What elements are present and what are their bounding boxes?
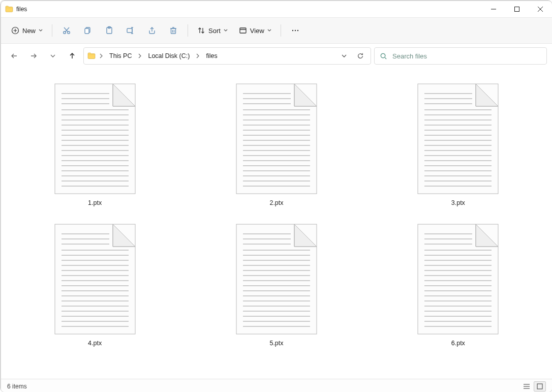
more-button[interactable] — [285, 21, 305, 40]
sort-label: Sort — [208, 27, 221, 35]
minimize-button[interactable] — [482, 1, 505, 17]
forward-button[interactable] — [25, 48, 42, 64]
file-item[interactable]: 6.ptx — [373, 221, 544, 350]
item-count: 6 items — [7, 383, 27, 390]
document-icon — [54, 83, 136, 194]
svg-point-50 — [292, 30, 293, 31]
view-button[interactable]: View — [234, 21, 277, 40]
ellipsis-icon — [291, 26, 299, 35]
paste-button[interactable] — [99, 21, 119, 40]
file-item[interactable]: 1.ptx — [9, 80, 180, 209]
svg-rect-22 — [515, 7, 519, 12]
breadcrumb-local-disk[interactable]: Local Disk (C:) — [145, 50, 193, 62]
folder-icon — [5, 5, 13, 13]
up-button[interactable] — [64, 48, 80, 64]
scissors-icon — [62, 26, 71, 35]
titlebar: files — [1, 1, 552, 17]
search-input[interactable] — [391, 52, 541, 61]
new-label: New — [22, 27, 36, 35]
chevron-down-icon — [267, 28, 271, 33]
back-button[interactable] — [6, 48, 22, 64]
svg-rect-48 — [240, 28, 246, 33]
document-icon — [236, 83, 317, 194]
file-item[interactable]: 4.ptx — [9, 221, 180, 350]
address-dropdown-button[interactable] — [337, 49, 351, 63]
status-bar: 6 items — [1, 379, 552, 392]
new-button[interactable]: New — [6, 21, 48, 40]
address-row: This PC Local Disk (C:) files — [1, 44, 552, 68]
document-icon — [417, 224, 499, 335]
clipboard-icon — [105, 26, 114, 35]
chevron-down-icon — [39, 28, 43, 33]
rename-button[interactable] — [120, 21, 141, 40]
separator — [52, 24, 52, 37]
chevron-down-icon — [224, 28, 228, 33]
recent-locations-button[interactable] — [45, 48, 61, 64]
separator — [281, 24, 281, 37]
separator — [188, 24, 188, 37]
file-name: 5.ptx — [269, 340, 283, 347]
svg-rect-61 — [537, 384, 542, 389]
document-icon — [417, 83, 499, 194]
chevron-right-icon[interactable] — [137, 53, 143, 58]
file-name: 1.ptx — [88, 199, 102, 206]
delete-button[interactable] — [163, 21, 183, 40]
share-button[interactable] — [142, 21, 162, 40]
breadcrumb-files[interactable]: files — [203, 50, 220, 62]
details-view-toggle[interactable] — [520, 381, 533, 391]
maximize-button[interactable] — [505, 1, 529, 17]
document-icon — [54, 224, 136, 335]
large-icons-view-toggle[interactable] — [534, 381, 546, 391]
file-pane[interactable]: 1.ptx 2.ptx 3.ptx 4.ptx 5.ptx 6.ptx — [1, 68, 552, 379]
file-name: 3.ptx — [451, 199, 465, 206]
sort-button[interactable]: Sort — [192, 21, 233, 40]
file-item[interactable]: 5.ptx — [191, 221, 362, 350]
close-button[interactable] — [529, 1, 552, 17]
breadcrumb-this-pc[interactable]: This PC — [106, 50, 135, 62]
address-bar[interactable]: This PC Local Disk (C:) files — [83, 47, 371, 65]
svg-point-52 — [297, 30, 298, 31]
toolbar: New Sort — [1, 17, 552, 44]
svg-point-51 — [295, 30, 296, 31]
search-icon — [380, 52, 387, 60]
copy-button[interactable] — [78, 21, 98, 40]
svg-rect-41 — [171, 28, 176, 34]
sort-icon — [197, 26, 205, 35]
svg-rect-36 — [127, 28, 132, 33]
rename-icon — [126, 26, 135, 35]
file-name: 2.ptx — [269, 199, 283, 206]
file-name: 6.ptx — [451, 340, 465, 347]
file-grid: 1.ptx 2.ptx 3.ptx 4.ptx 5.ptx 6.ptx — [9, 80, 544, 350]
window-title: files — [16, 6, 27, 13]
trash-icon — [169, 26, 178, 35]
share-icon — [147, 26, 157, 35]
refresh-button[interactable] — [353, 49, 367, 63]
chevron-right-icon[interactable] — [98, 53, 104, 58]
svg-line-57 — [385, 57, 386, 59]
search-box[interactable] — [374, 47, 547, 65]
file-item[interactable]: 2.ptx — [191, 80, 362, 209]
cut-button[interactable] — [56, 21, 77, 40]
folder-icon — [87, 52, 96, 60]
plus-circle-icon — [11, 26, 19, 35]
view-icon — [239, 26, 247, 35]
chevron-right-icon[interactable] — [195, 53, 201, 58]
document-icon — [236, 224, 317, 335]
view-label: View — [250, 27, 264, 35]
file-name: 4.ptx — [88, 340, 102, 347]
svg-point-56 — [381, 53, 385, 57]
copy-icon — [83, 26, 93, 35]
file-item[interactable]: 3.ptx — [373, 80, 544, 209]
svg-rect-33 — [85, 28, 89, 34]
